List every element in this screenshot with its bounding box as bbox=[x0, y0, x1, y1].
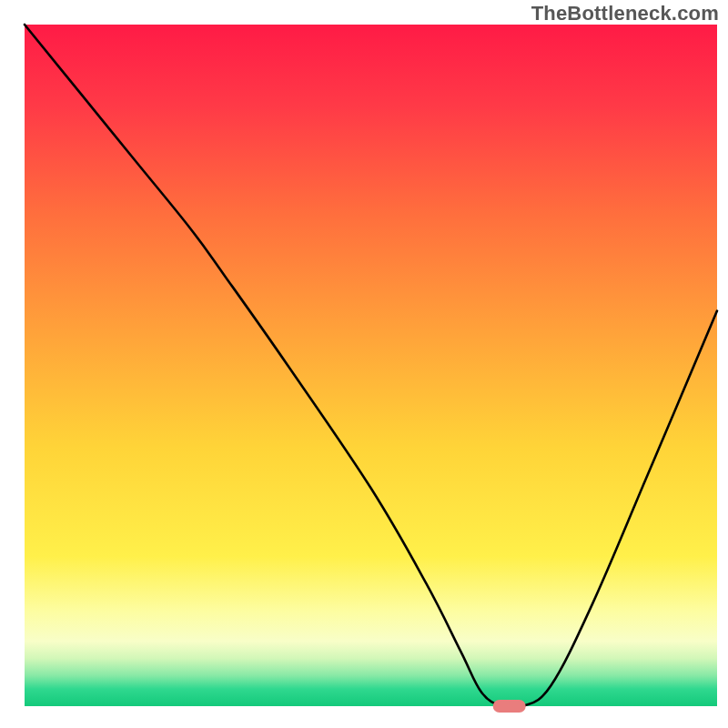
optimum-marker bbox=[493, 700, 526, 713]
chart-stage: TheBottleneck.com bbox=[0, 0, 728, 728]
watermark-text: TheBottleneck.com bbox=[531, 2, 719, 25]
chart-svg bbox=[0, 0, 728, 728]
plot-background bbox=[25, 25, 717, 706]
